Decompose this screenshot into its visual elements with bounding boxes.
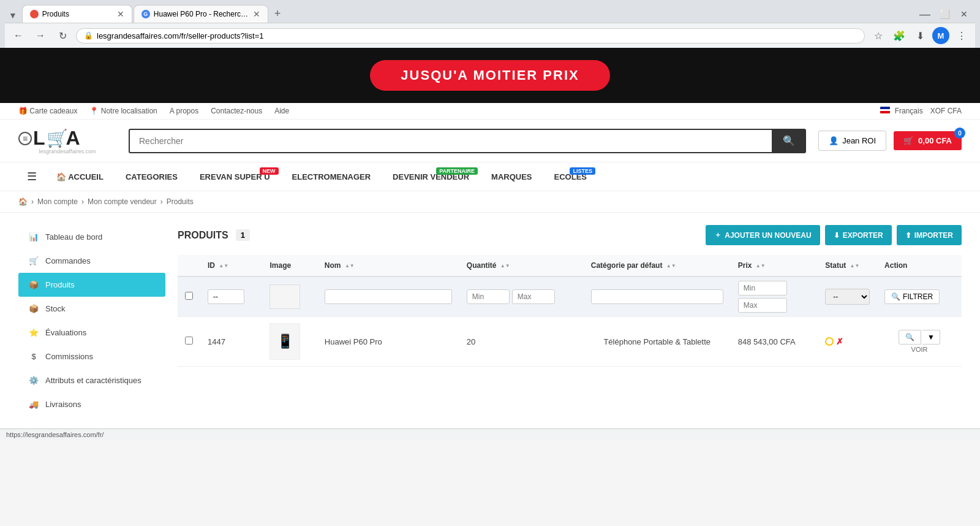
sidebar-item-commissions[interactable]: $ Commissions <box>18 345 165 368</box>
filter-qty-max[interactable] <box>512 289 555 304</box>
sidebar-item-attributs[interactable]: ⚙️ Attributs et caractéristiques <box>18 368 165 392</box>
sort-price-icon[interactable]: ▲▼ <box>756 263 766 269</box>
breadcrumb-mon-compte-vendeur[interactable]: Mon compte vendeur <box>88 197 157 206</box>
sort-status-icon[interactable]: ▲▼ <box>850 263 860 269</box>
action-dropdown-button[interactable]: ▼ <box>922 330 940 345</box>
filter-button[interactable]: 🔍 FILTRER <box>884 289 940 304</box>
filter-price-max[interactable] <box>738 298 787 313</box>
sidebar-item-tableau-de-bord[interactable]: 📊 Tableau de bord <box>18 225 165 249</box>
filter-name-input[interactable] <box>325 289 452 304</box>
filter-qty-min[interactable] <box>467 289 510 304</box>
back-button[interactable]: ← <box>10 27 27 44</box>
col-quantity[interactable]: Quantité ▲▼ <box>459 255 584 276</box>
row-name: Huawei P60 Pro <box>325 337 382 346</box>
user-account-button[interactable]: 👤 Jean ROI <box>818 131 886 151</box>
reload-button[interactable]: ↻ <box>54 27 71 44</box>
sort-cat-icon[interactable]: ▲▼ <box>666 263 676 269</box>
sort-qty-icon[interactable]: ▲▼ <box>500 263 510 269</box>
topbar-location[interactable]: 📍 Notre localisation <box>89 107 157 115</box>
select-all-checkbox[interactable] <box>185 292 193 300</box>
topbar-contact[interactable]: Contactez-nous <box>211 107 262 115</box>
tab-close-products[interactable]: ✕ <box>117 9 124 19</box>
sort-id-icon[interactable]: ▲▼ <box>219 263 228 269</box>
bookmark-button[interactable]: ☆ <box>870 27 887 44</box>
products-header: PRODUITS 1 ＋ AJOUTER UN NOUVEAU ⬇ EXPORT… <box>178 225 962 245</box>
toolbar-icons: ☆ 🧩 ⬇ M ⋮ <box>870 27 970 44</box>
row-status-cell: ✗ <box>818 317 877 367</box>
close-window-button[interactable]: ✕ <box>956 6 973 23</box>
status-bar: https://lesgrandesaffaires.com/fr/ <box>0 429 980 440</box>
logo[interactable]: ≡ L 🛒 A lesgrandesaffaires.com <box>18 127 116 154</box>
filter-price-min[interactable] <box>738 281 787 295</box>
maximize-window-button[interactable]: ⬜ <box>936 6 953 23</box>
sidebar-label-stock: Stock <box>45 304 66 313</box>
cart-amount: 0,00 CFA <box>918 136 952 145</box>
tab-favicon-google: G <box>141 10 150 18</box>
sidebar-item-stock[interactable]: 📦 Stock <box>18 297 165 321</box>
filter-status-select[interactable]: -- <box>825 289 870 305</box>
address-bar[interactable]: 🔒 <box>76 28 865 44</box>
products-icon: 📦 <box>28 280 39 289</box>
browser-user-avatar[interactable]: M <box>932 27 949 44</box>
filter-category-input[interactable] <box>591 289 723 304</box>
breadcrumb-mon-compte[interactable]: Mon compte <box>37 197 78 206</box>
nav-electromenager[interactable]: ELECTROMENAGER <box>281 164 382 190</box>
forward-button[interactable]: → <box>32 27 49 44</box>
minimize-window-button[interactable]: — <box>916 6 933 23</box>
sidebar-item-produits[interactable]: 📦 Produits <box>18 273 165 297</box>
user-icon: 👤 <box>829 136 839 145</box>
topbar-help[interactable]: Aide <box>274 107 289 115</box>
user-name: Jean ROI <box>842 136 876 145</box>
add-new-button[interactable]: ＋ AJOUTER UN NOUVEAU <box>706 225 820 245</box>
nav-categories[interactable]: CATEGORIES <box>115 164 189 190</box>
topbar-gift-card[interactable]: 🎁 Carte cadeaux <box>18 107 77 115</box>
commissions-icon: $ <box>28 352 39 361</box>
col-status[interactable]: Statut ▲▼ <box>818 255 877 276</box>
topbar-language[interactable]: Français <box>880 107 922 115</box>
sidebar-item-commandes[interactable]: 🛒 Commandes <box>18 249 165 273</box>
sidebar-label-attributs: Attributs et caractéristiques <box>45 376 141 385</box>
browser-back-history[interactable]: ▼ <box>5 8 21 23</box>
filter-id-input[interactable] <box>208 289 244 304</box>
hamburger-menu[interactable]: ☰ <box>18 162 45 191</box>
col-image: Image <box>262 255 317 276</box>
export-button[interactable]: ⬇ EXPORTER <box>825 225 892 245</box>
nav-accueil[interactable]: 🏠 ACCUEIL <box>45 164 115 190</box>
row-checkbox-cell <box>178 317 200 367</box>
import-button[interactable]: ⬆ IMPORTER <box>897 225 962 245</box>
home-icon: 🏠 <box>56 172 66 181</box>
topbar-about[interactable]: A propos <box>170 107 198 115</box>
breadcrumb-separator-3: › <box>160 197 163 206</box>
view-search-button[interactable]: 🔍 <box>899 330 921 345</box>
row-price-cell: 848 543,00 CFA <box>731 317 818 367</box>
row-price: 848 543,00 CFA <box>738 337 796 346</box>
nav-devenir-vendeur[interactable]: DEVENIR VENDEUR PARTENAIRE <box>382 164 480 190</box>
sidebar-item-evaluations[interactable]: ⭐ Évaluations <box>18 321 165 345</box>
sort-name-icon[interactable]: ▲▼ <box>345 263 355 269</box>
breadcrumb: 🏠 › Mon compte › Mon compte vendeur › Pr… <box>0 191 980 213</box>
topbar-right: Français XOF CFA <box>880 107 962 115</box>
breadcrumb-home[interactable]: 🏠 <box>18 197 28 206</box>
col-price[interactable]: Prix ▲▼ <box>731 255 818 276</box>
menu-button[interactable]: ⋮ <box>953 27 970 44</box>
search-button[interactable]: 🔍 <box>772 129 806 153</box>
attributes-icon: ⚙️ <box>28 376 39 385</box>
extensions-button[interactable]: 🧩 <box>891 27 908 44</box>
search-input[interactable] <box>129 129 772 153</box>
row-checkbox[interactable] <box>185 337 193 345</box>
nav-ecoles[interactable]: ECOLES LISTES <box>543 164 598 190</box>
nav-marques[interactable]: MARQUES <box>480 164 543 190</box>
browser-tab-products[interactable]: Produits ✕ <box>22 5 132 23</box>
download-button[interactable]: ⬇ <box>911 27 929 44</box>
new-tab-button[interactable]: + <box>270 5 286 23</box>
topbar-currency[interactable]: XOF CFA <box>930 107 962 115</box>
cart-button[interactable]: 0 🛒 0,00 CFA <box>894 131 962 150</box>
col-name[interactable]: Nom ▲▼ <box>317 255 459 276</box>
col-id[interactable]: ID ▲▼ <box>200 255 262 276</box>
address-input[interactable] <box>97 31 857 40</box>
tab-close-google[interactable]: ✕ <box>253 9 260 19</box>
sidebar-item-livraisons[interactable]: 🚚 Livraisons <box>18 392 165 416</box>
col-category[interactable]: Catégorie par défaut ▲▼ <box>584 255 731 276</box>
browser-tab-google[interactable]: G Huawei P60 Pro - Recherche Go... ✕ <box>134 5 268 23</box>
nav-erevan[interactable]: EREVAN SUPER U NEW <box>189 164 281 190</box>
